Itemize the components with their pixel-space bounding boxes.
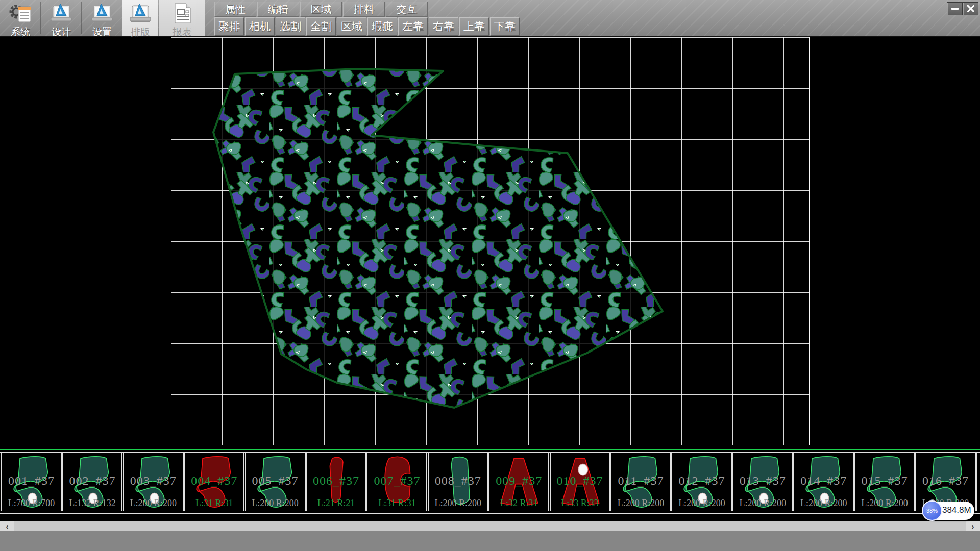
piece-lr-count: L:200 R:200 [246,498,305,509]
tool-camera[interactable]: 相机 [245,17,275,36]
piece-lr-count: L:200 R:200 [672,498,731,509]
piece-name: 013_#37 [733,474,792,488]
gear-notebook-icon [6,0,35,26]
piece-name: 007_#37 [368,474,426,488]
menu-item-edit[interactable]: 编辑 [257,2,299,17]
piece-thumbnail[interactable]: 012_#37 L:200 R:200 [671,453,732,511]
tool-snap-right[interactable]: 右靠 [429,17,458,36]
ruler-laptop-icon [90,0,114,26]
tool-region[interactable]: 区域 [337,17,366,36]
piece-thumbnail[interactable]: 007_#37 L:31 R:31 [366,453,427,511]
main-tab-label: 排版 [131,27,150,37]
piece-lr-count: L:33 R:33 [551,498,609,509]
main-tab-report[interactable]: 报表 [159,0,205,36]
close-icon [967,5,974,12]
progress-percent: 38% [926,508,938,514]
chevron-left-icon: ‹ [6,522,9,531]
minimize-button[interactable] [947,2,963,15]
piece-lr-count: L:200 R:200 [611,498,670,509]
piece-name: 009_#37 [489,474,548,488]
piece-name: 015_#37 [855,474,914,488]
menu-item-interact[interactable]: 交互 [386,2,428,17]
piece-thumbnail[interactable]: 001_#37 L:700 R:700 [1,453,62,511]
tool-cut-all[interactable]: 全割 [306,17,336,36]
main-tab-system[interactable]: 系统 [0,0,41,36]
piece-lr-count: L:32 R:31 [489,498,548,509]
piece-name: 012_#37 [672,474,731,488]
main-tab-design[interactable]: 设计 [41,0,82,36]
menu-item-nesting[interactable]: 排料 [343,2,385,17]
tool-snap-left[interactable]: 左靠 [398,17,428,36]
piece-lr-count: L:200 R:200 [794,498,853,509]
piece-thumbnail[interactable]: 003_#37 L:200 R:200 [123,453,184,511]
piece-thumbnail[interactable]: 015_#37 L:200 R:200 [854,453,915,511]
piece-name: 004_#37 [185,474,243,488]
piece-name: 001_#37 [2,474,61,488]
piece-lr-count: L:200 R:200 [855,498,914,509]
piece-thumbnail[interactable]: 014_#37 L:200 R:200 [793,453,854,511]
chevron-right-icon: › [972,522,974,531]
piece-name: 005_#37 [246,474,305,488]
menu-bar: 属性 编辑 区域 排料 交互 [214,2,429,16]
top-toolbar: 系统 设计 设置 [0,0,980,37]
main-tab-label: 设计 [52,27,71,37]
tool-snap-bottom[interactable]: 下靠 [490,17,520,36]
piece-name: 016_#37 [916,474,975,488]
nesting-canvas[interactable] [0,37,980,449]
piece-thumbnail[interactable]: 004_#37 L:31 R:31 [184,453,244,511]
minimize-icon [951,7,959,10]
tool-defect[interactable]: 瑕疵 [368,17,397,36]
piece-name: 0 [977,474,980,488]
piece-thumbnail[interactable]: 0 L: [976,453,980,511]
hide-outline[interactable] [213,69,663,408]
piece-lr-count: L:31 R:31 [185,498,243,509]
main-tab-label: 设置 [92,27,112,37]
piece-name: 008_#37 [429,474,487,488]
ruler-laptop-icon [49,0,74,26]
piece-thumbnail[interactable]: 006_#37 L:21 R:21 [306,453,366,511]
piece-thumbnail[interactable]: 002_#37 L:132 R:132 [62,453,122,511]
horizontal-scrollbar[interactable]: ‹ › [0,521,980,531]
report-icon [172,0,192,26]
piece-lr-count: L:21 R:21 [307,498,365,509]
progress-circle: 38% [922,500,942,521]
ruler-laptop-icon [128,0,153,26]
piece-thumbnail[interactable]: 010_#37 L:33 R:33 [550,453,610,511]
tool-cluster-nest[interactable]: 聚排 [214,17,244,36]
tool-snap-top[interactable]: 上靠 [459,17,489,36]
main-tab-label: 报表 [173,27,192,37]
piece-lr-count: L: [977,498,980,509]
tool-bar: 聚排 相机 选割 全割 区域 瑕疵 左靠 右靠 上靠 下靠 [214,17,521,35]
piece-lr-count: L:200 R:200 [429,498,487,509]
menu-item-property[interactable]: 属性 [214,2,256,17]
close-button[interactable] [963,2,978,15]
memory-value: 384.8M [942,505,971,515]
main-tab-label: 系统 [11,27,30,37]
piece-thumbnail[interactable]: 005_#37 L:200 R:200 [245,453,306,511]
scroll-left-button[interactable]: ‹ [0,521,14,531]
main-tab-settings[interactable]: 设置 [82,0,122,36]
piece-name: 006_#37 [307,474,365,488]
main-tab-layout[interactable]: 排版 [122,0,158,36]
piece-name: 014_#37 [794,474,853,488]
piece-name: 003_#37 [124,474,183,488]
piece-lr-count: L:132 R:132 [63,498,121,509]
piece-thumbnail[interactable]: 009_#37 L:32 R:31 [488,453,549,511]
piece-lr-count: L:200 R:200 [124,498,183,509]
piece-lr-count: L:700 R:700 [2,498,61,509]
scroll-right-button[interactable]: › [966,521,980,531]
piece-name: 010_#37 [551,474,609,488]
status-bar [0,531,980,551]
piece-thumbnail[interactable]: 013_#37 L:200 R:200 [732,453,793,511]
piece-thumbnail-strip: 001_#37 L:700 R:700 002_#37 L:132 R:132 … [0,452,980,514]
piece-name: 002_#37 [63,474,121,488]
piece-thumbnail[interactable]: 008_#37 L:200 R:200 [428,453,488,511]
piece-lr-count: L:200 R:200 [733,498,792,509]
piece-name: 011_#37 [611,474,670,488]
strip-accent-line [0,449,980,450]
piece-thumbnail[interactable]: 011_#37 L:200 R:200 [610,453,671,511]
leather-hide[interactable] [0,37,980,449]
menu-item-region[interactable]: 区域 [300,2,342,17]
tool-select-cut[interactable]: 选割 [276,17,305,36]
piece-lr-count: L:31 R:31 [368,498,426,509]
